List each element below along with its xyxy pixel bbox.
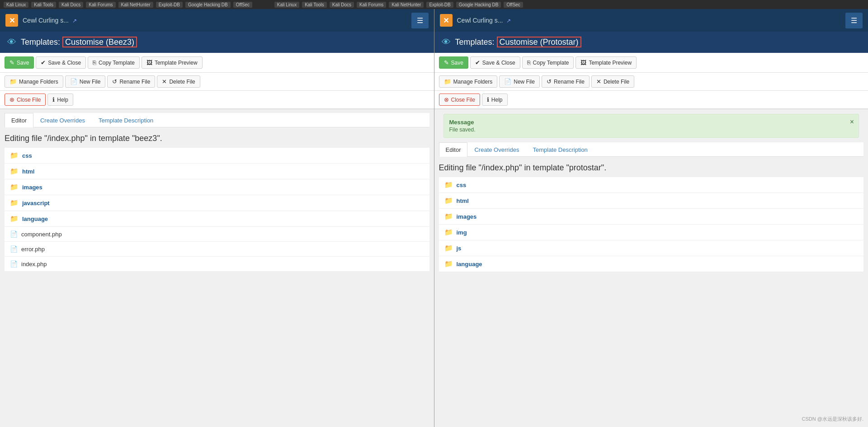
browser-bar: Kali Linux Kali Tools Kali Docs Kali For… bbox=[0, 0, 868, 9]
left-tab-create-overrides[interactable]: Create Overrides bbox=[33, 113, 92, 127]
right-eye-icon: 👁 bbox=[442, 37, 451, 47]
right-folder-icon-images: 📁 bbox=[444, 212, 453, 221]
right-folder-icon-js: 📁 bbox=[444, 244, 453, 252]
left-delete-file-label: Delete File bbox=[169, 79, 195, 85]
left-panel: ✕ Cewl Curling s... ↗ ☰ 👁 Templates: Cus… bbox=[0, 9, 434, 427]
right-hamburger-button[interactable]: ☰ bbox=[845, 13, 863, 28]
left-close-file-label: Close File bbox=[17, 97, 41, 103]
left-folder-icon-language: 📁 bbox=[10, 215, 19, 223]
left-eye-icon: 👁 bbox=[7, 37, 16, 47]
left-page-title: Templates: Customise (Beez3) bbox=[21, 38, 137, 47]
right-message-body: File saved. bbox=[449, 127, 854, 133]
right-content-area: Message File saved. × Editor Create Over… bbox=[434, 109, 868, 427]
right-new-file-button[interactable]: 📄 New File bbox=[499, 75, 540, 88]
left-manage-folders-button[interactable]: 📁 Manage Folders bbox=[5, 75, 63, 88]
left-file-index[interactable]: 📄 index.php bbox=[5, 257, 429, 272]
right-folder-language[interactable]: 📁 language bbox=[439, 256, 864, 272]
left-template-preview-label: Template Preview bbox=[155, 60, 198, 66]
right-file-list: 📁 css 📁 html 📁 images 📁 img 📁 js bbox=[439, 177, 864, 272]
left-external-link[interactable]: ↗ bbox=[72, 18, 77, 24]
left-new-file-button[interactable]: 📄 New File bbox=[65, 75, 106, 88]
left-copy-template-button[interactable]: ⎘ Copy Template bbox=[88, 56, 140, 69]
browser-link[interactable]: OffSec bbox=[233, 2, 252, 8]
right-tabs: Editor Create Overrides Template Descrip… bbox=[439, 142, 864, 157]
browser-link[interactable]: Kali Tools bbox=[31, 2, 56, 8]
left-content-area: Editor Create Overrides Template Descrip… bbox=[0, 109, 434, 427]
right-folder-html[interactable]: 📁 html bbox=[439, 193, 864, 209]
left-hamburger-button[interactable]: ☰ bbox=[411, 13, 429, 28]
left-tab-editor[interactable]: Editor bbox=[5, 113, 33, 127]
left-folder-language[interactable]: 📁 language bbox=[5, 211, 429, 227]
right-tab-create-overrides[interactable]: Create Overrides bbox=[467, 142, 526, 157]
left-file-icon-index: 📄 bbox=[10, 260, 18, 267]
left-help-button[interactable]: ℹ Help bbox=[47, 94, 73, 106]
browser-link[interactable]: Kali NetHunter bbox=[389, 2, 424, 8]
right-editor-heading: Editing file "/index.php" in template "p… bbox=[439, 163, 864, 173]
right-external-link[interactable]: ↗ bbox=[506, 18, 511, 24]
right-tab-editor[interactable]: Editor bbox=[439, 142, 468, 157]
right-folder-icon-img: 📁 bbox=[444, 228, 453, 236]
left-save-button[interactable]: ✎ Save bbox=[5, 56, 34, 69]
left-folder-name-language: language bbox=[22, 216, 48, 222]
browser-link[interactable]: Exploit-DB bbox=[156, 2, 183, 8]
browser-link[interactable]: Kali Forums bbox=[86, 2, 115, 8]
browser-link[interactable]: Google Hacking DB bbox=[456, 2, 501, 8]
browser-link[interactable]: OffSec bbox=[504, 2, 523, 8]
joomla-logo-left: ✕ bbox=[5, 14, 18, 27]
right-folder-icon-html: 📁 bbox=[444, 197, 453, 205]
left-newfile-icon: 📄 bbox=[70, 78, 77, 85]
right-help-button[interactable]: ℹ Help bbox=[482, 94, 508, 106]
right-save-button[interactable]: ✎ Save bbox=[439, 56, 468, 69]
right-folder-images[interactable]: 📁 images bbox=[439, 209, 864, 225]
left-folder-name-css: css bbox=[22, 152, 32, 159]
right-delete-file-button[interactable]: ✕ Delete File bbox=[591, 75, 634, 88]
left-file-component[interactable]: 📄 component.php bbox=[5, 227, 429, 242]
left-folder-html[interactable]: 📁 html bbox=[5, 164, 429, 179]
browser-link[interactable]: Google Hacking DB bbox=[185, 2, 231, 8]
right-close-file-button[interactable]: ⊗ Close File bbox=[439, 94, 480, 106]
left-save-close-button[interactable]: ✔ Save & Close bbox=[36, 56, 86, 69]
browser-link[interactable]: Kali Docs bbox=[59, 2, 83, 8]
left-site-title: Cewl Curling s... ↗ bbox=[23, 17, 77, 24]
left-rename-icon: ↺ bbox=[112, 78, 117, 85]
right-toolbar-row2: 📁 Manage Folders 📄 New File ↺ Rename Fil… bbox=[434, 73, 868, 91]
browser-link[interactable]: Kali Linux bbox=[274, 2, 299, 8]
left-file-name-index: index.php bbox=[21, 261, 47, 267]
left-folder-javascript[interactable]: 📁 javascript bbox=[5, 195, 429, 211]
right-folder-css[interactable]: 📁 css bbox=[439, 177, 864, 193]
left-tab-template-description[interactable]: Template Description bbox=[92, 113, 160, 127]
right-tab-template-description[interactable]: Template Description bbox=[526, 142, 594, 157]
browser-link[interactable]: Exploit-DB bbox=[426, 2, 453, 8]
right-copy-icon: ⎘ bbox=[527, 59, 531, 66]
browser-link[interactable]: Kali NetHunter bbox=[118, 2, 153, 8]
right-message-close-button[interactable]: × bbox=[850, 118, 854, 126]
right-folder-name-css: css bbox=[457, 182, 467, 188]
left-folder-icon: 📁 bbox=[9, 78, 17, 85]
right-folder-img[interactable]: 📁 img bbox=[439, 225, 864, 240]
right-template-preview-button[interactable]: 🖼 Template Preview bbox=[576, 56, 637, 69]
left-template-preview-button[interactable]: 🖼 Template Preview bbox=[142, 56, 203, 69]
right-rename-file-button[interactable]: ↺ Rename File bbox=[542, 75, 590, 88]
browser-link[interactable]: Kali Linux bbox=[4, 2, 28, 8]
left-file-name-error: error.php bbox=[21, 246, 45, 253]
browser-link[interactable]: Kali Tools bbox=[302, 2, 327, 8]
right-folder-js[interactable]: 📁 js bbox=[439, 240, 864, 256]
left-rename-file-button[interactable]: ↺ Rename File bbox=[107, 75, 155, 88]
browser-link[interactable]: Kali Docs bbox=[330, 2, 354, 8]
left-customise-title: Customise (Beez3) bbox=[62, 37, 137, 47]
left-delete-file-button[interactable]: ✕ Delete File bbox=[157, 75, 200, 88]
left-folder-css[interactable]: 📁 css bbox=[5, 148, 429, 164]
browser-link[interactable]: Kali Forums bbox=[357, 2, 386, 8]
right-copy-template-button[interactable]: ⎘ Copy Template bbox=[522, 56, 574, 69]
left-folder-icon-html: 📁 bbox=[10, 167, 19, 175]
left-file-error[interactable]: 📄 error.php bbox=[5, 242, 429, 257]
left-close-file-button[interactable]: ⊗ Close File bbox=[5, 94, 46, 106]
right-rename-icon: ↺ bbox=[547, 78, 552, 85]
left-file-name-component: component.php bbox=[21, 231, 62, 238]
left-top-bar: ✕ Cewl Curling s... ↗ ☰ bbox=[0, 9, 434, 32]
left-folder-name-html: html bbox=[22, 168, 34, 175]
right-save-close-button[interactable]: ✔ Save & Close bbox=[470, 56, 520, 69]
left-folder-images[interactable]: 📁 images bbox=[5, 179, 429, 195]
left-folder-icon-javascript: 📁 bbox=[10, 199, 19, 207]
right-manage-folders-button[interactable]: 📁 Manage Folders bbox=[439, 75, 498, 88]
